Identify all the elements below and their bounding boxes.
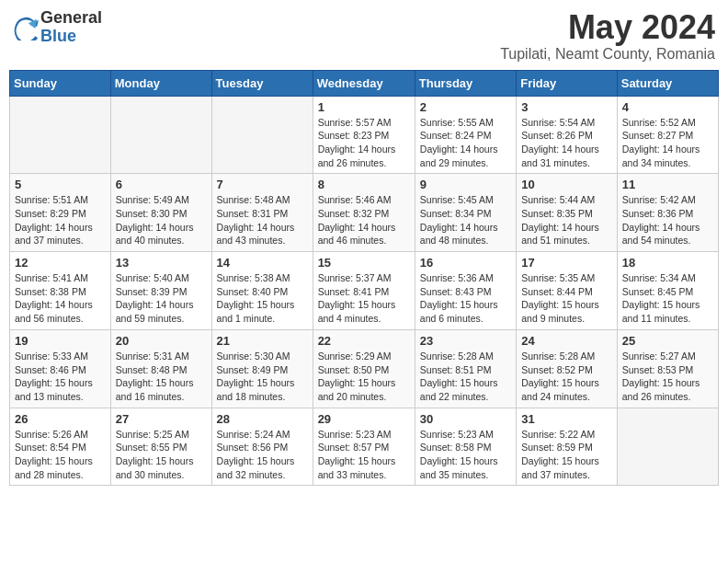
day-number: 13	[116, 256, 207, 270]
calendar-cell: 30Sunrise: 5:23 AM Sunset: 8:58 PM Dayli…	[415, 408, 516, 486]
logo-text: General Blue	[40, 9, 102, 46]
calendar-cell: 27Sunrise: 5:25 AM Sunset: 8:55 PM Dayli…	[110, 408, 211, 486]
day-info: Sunrise: 5:22 AM Sunset: 8:59 PM Dayligh…	[521, 428, 612, 482]
calendar-cell: 17Sunrise: 5:35 AM Sunset: 8:44 PM Dayli…	[517, 252, 618, 330]
calendar-cell: 7Sunrise: 5:48 AM Sunset: 8:31 PM Daylig…	[211, 174, 313, 252]
day-info: Sunrise: 5:25 AM Sunset: 8:55 PM Dayligh…	[116, 428, 207, 482]
calendar-cell: 15Sunrise: 5:37 AM Sunset: 8:41 PM Dayli…	[313, 252, 415, 330]
logo: General Blue	[13, 9, 102, 46]
day-number: 14	[217, 256, 308, 270]
day-info: Sunrise: 5:37 AM Sunset: 8:41 PM Dayligh…	[318, 271, 410, 326]
day-info: Sunrise: 5:30 AM Sunset: 8:49 PM Dayligh…	[217, 350, 308, 404]
calendar-week-row: 19Sunrise: 5:33 AM Sunset: 8:46 PM Dayli…	[10, 329, 719, 408]
day-info: Sunrise: 5:27 AM Sunset: 8:53 PM Dayligh…	[622, 350, 713, 404]
day-info: Sunrise: 5:31 AM Sunset: 8:48 PM Dayligh…	[116, 350, 207, 404]
calendar-cell: 2Sunrise: 5:55 AM Sunset: 8:24 PM Daylig…	[415, 96, 516, 174]
title-section: May 2024 Tupilati, Neamt County, Romania	[500, 9, 715, 63]
calendar-cell: 19Sunrise: 5:33 AM Sunset: 8:46 PM Dayli…	[10, 329, 111, 408]
calendar-cell: 20Sunrise: 5:31 AM Sunset: 8:48 PM Dayli…	[110, 329, 211, 408]
calendar-cell: 18Sunrise: 5:34 AM Sunset: 8:45 PM Dayli…	[617, 252, 718, 330]
day-info: Sunrise: 5:33 AM Sunset: 8:46 PM Dayligh…	[15, 350, 106, 404]
location: Tupilati, Neamt County, Romania	[500, 46, 715, 63]
day-number: 16	[420, 256, 511, 270]
day-info: Sunrise: 5:23 AM Sunset: 8:58 PM Dayligh…	[420, 428, 511, 482]
logo-general: General	[40, 9, 102, 28]
day-number: 19	[15, 334, 106, 348]
calendar-cell	[110, 96, 211, 174]
day-number: 18	[622, 256, 713, 270]
day-info: Sunrise: 5:49 AM Sunset: 8:30 PM Dayligh…	[116, 193, 207, 247]
day-number: 12	[15, 256, 106, 270]
day-info: Sunrise: 5:28 AM Sunset: 8:52 PM Dayligh…	[521, 350, 612, 404]
day-info: Sunrise: 5:38 AM Sunset: 8:40 PM Dayligh…	[217, 271, 308, 326]
day-number: 8	[318, 178, 410, 191]
day-number: 31	[521, 412, 612, 426]
calendar-cell	[617, 408, 718, 486]
calendar-cell: 11Sunrise: 5:42 AM Sunset: 8:36 PM Dayli…	[617, 174, 718, 252]
calendar-cell: 9Sunrise: 5:45 AM Sunset: 8:34 PM Daylig…	[415, 174, 516, 252]
page-header: General Blue May 2024 Tupilati, Neamt Co…	[9, 9, 719, 63]
day-info: Sunrise: 5:44 AM Sunset: 8:35 PM Dayligh…	[521, 193, 612, 247]
calendar-week-row: 1Sunrise: 5:57 AM Sunset: 8:23 PM Daylig…	[10, 96, 719, 174]
calendar-cell: 8Sunrise: 5:46 AM Sunset: 8:32 PM Daylig…	[313, 174, 415, 252]
calendar-cell: 6Sunrise: 5:49 AM Sunset: 8:30 PM Daylig…	[110, 174, 211, 252]
day-number: 27	[116, 412, 207, 426]
weekday-header: Tuesday	[211, 70, 313, 96]
calendar-week-row: 12Sunrise: 5:41 AM Sunset: 8:38 PM Dayli…	[10, 252, 719, 330]
day-number: 7	[217, 178, 308, 191]
day-info: Sunrise: 5:42 AM Sunset: 8:36 PM Dayligh…	[622, 193, 713, 247]
day-info: Sunrise: 5:54 AM Sunset: 8:26 PM Dayligh…	[521, 116, 612, 170]
day-number: 11	[622, 178, 713, 191]
day-number: 10	[521, 178, 612, 191]
day-number: 3	[521, 100, 612, 114]
logo-icon	[13, 15, 39, 40]
month-title: May 2024	[500, 9, 715, 46]
day-number: 29	[318, 412, 410, 426]
day-info: Sunrise: 5:29 AM Sunset: 8:50 PM Dayligh…	[318, 350, 410, 404]
weekday-header: Saturday	[617, 70, 718, 96]
calendar-cell: 4Sunrise: 5:52 AM Sunset: 8:27 PM Daylig…	[617, 96, 718, 174]
day-number: 30	[420, 412, 511, 426]
calendar-cell: 29Sunrise: 5:23 AM Sunset: 8:57 PM Dayli…	[313, 408, 415, 486]
day-info: Sunrise: 5:34 AM Sunset: 8:45 PM Dayligh…	[622, 271, 713, 326]
day-info: Sunrise: 5:24 AM Sunset: 8:56 PM Dayligh…	[217, 428, 308, 482]
weekday-header: Thursday	[415, 70, 516, 96]
calendar-cell: 14Sunrise: 5:38 AM Sunset: 8:40 PM Dayli…	[211, 252, 313, 330]
day-number: 17	[521, 256, 612, 270]
day-number: 4	[622, 100, 713, 114]
day-number: 9	[420, 178, 511, 191]
day-info: Sunrise: 5:45 AM Sunset: 8:34 PM Dayligh…	[420, 193, 511, 247]
calendar-week-row: 26Sunrise: 5:26 AM Sunset: 8:54 PM Dayli…	[10, 408, 719, 486]
day-number: 24	[521, 334, 612, 348]
day-info: Sunrise: 5:36 AM Sunset: 8:43 PM Dayligh…	[420, 271, 511, 326]
day-info: Sunrise: 5:48 AM Sunset: 8:31 PM Dayligh…	[217, 193, 308, 247]
calendar-week-row: 5Sunrise: 5:51 AM Sunset: 8:29 PM Daylig…	[10, 174, 719, 252]
calendar-cell: 25Sunrise: 5:27 AM Sunset: 8:53 PM Dayli…	[617, 329, 718, 408]
calendar-cell: 10Sunrise: 5:44 AM Sunset: 8:35 PM Dayli…	[517, 174, 618, 252]
day-number: 26	[15, 412, 106, 426]
day-info: Sunrise: 5:51 AM Sunset: 8:29 PM Dayligh…	[15, 193, 106, 247]
day-info: Sunrise: 5:52 AM Sunset: 8:27 PM Dayligh…	[622, 116, 713, 170]
day-number: 2	[420, 100, 511, 114]
calendar-cell: 1Sunrise: 5:57 AM Sunset: 8:23 PM Daylig…	[313, 96, 415, 174]
calendar-cell: 5Sunrise: 5:51 AM Sunset: 8:29 PM Daylig…	[10, 174, 111, 252]
calendar-cell: 23Sunrise: 5:28 AM Sunset: 8:51 PM Dayli…	[415, 329, 516, 408]
weekday-header: Sunday	[10, 70, 111, 96]
day-info: Sunrise: 5:28 AM Sunset: 8:51 PM Dayligh…	[420, 350, 511, 404]
calendar-cell: 21Sunrise: 5:30 AM Sunset: 8:49 PM Dayli…	[211, 329, 313, 408]
day-number: 25	[622, 334, 713, 348]
calendar-cell: 26Sunrise: 5:26 AM Sunset: 8:54 PM Dayli…	[10, 408, 111, 486]
day-number: 21	[217, 334, 308, 348]
weekday-header: Wednesday	[313, 70, 415, 96]
day-number: 23	[420, 334, 511, 348]
day-number: 15	[318, 256, 410, 270]
calendar-cell: 16Sunrise: 5:36 AM Sunset: 8:43 PM Dayli…	[415, 252, 516, 330]
calendar-cell: 31Sunrise: 5:22 AM Sunset: 8:59 PM Dayli…	[517, 408, 618, 486]
day-number: 28	[217, 412, 308, 426]
calendar: SundayMondayTuesdayWednesdayThursdayFrid…	[9, 70, 719, 487]
weekday-header: Monday	[110, 70, 211, 96]
calendar-cell: 22Sunrise: 5:29 AM Sunset: 8:50 PM Dayli…	[313, 329, 415, 408]
day-number: 1	[318, 100, 410, 114]
calendar-cell: 13Sunrise: 5:40 AM Sunset: 8:39 PM Dayli…	[110, 252, 211, 330]
day-info: Sunrise: 5:35 AM Sunset: 8:44 PM Dayligh…	[521, 271, 612, 326]
